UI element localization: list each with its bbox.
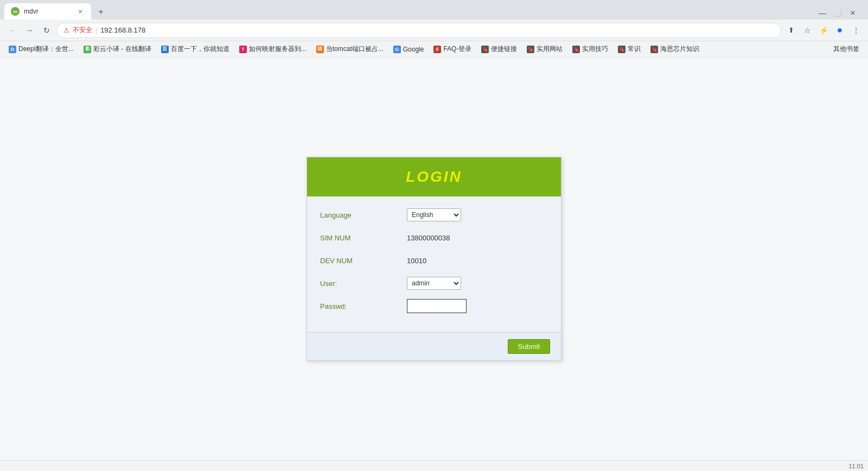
- navigation-bar: ← → ↻ ⚠ 不安全 | 192.168.8.178 ⬆ ☆ ⚡ ●: [0, 20, 868, 41]
- back-button[interactable]: ←: [4, 23, 20, 38]
- dev-num-value: 10010: [407, 257, 426, 265]
- bookmark-favicon-google: G: [393, 46, 401, 53]
- password-row: Passwd:: [320, 298, 548, 314]
- page-content: LOGIN Language English Chinese SIM NUM 1…: [0, 58, 868, 460]
- login-container: LOGIN Language English Chinese SIM NUM 1…: [307, 157, 561, 361]
- bookmark-favicon-knowledge: 🔖: [618, 46, 626, 53]
- bookmark-favicon-faq: F: [433, 46, 441, 53]
- sim-num-label: SIM NUM: [320, 234, 407, 242]
- password-input[interactable]: [407, 299, 467, 313]
- active-tab[interactable]: m mdvr ✕: [4, 3, 91, 20]
- bookmark-label: 常识: [628, 44, 641, 54]
- bookmark-caiyun[interactable]: 彩 彩云小译 - 在线翻译: [79, 43, 156, 55]
- tab-close-button[interactable]: ✕: [76, 7, 85, 16]
- close-button[interactable]: ✕: [846, 7, 859, 20]
- address-divider: |: [95, 27, 97, 34]
- security-text: 不安全: [73, 26, 92, 35]
- bookmark-hisilicon[interactable]: 🔖 海思芯片知识: [646, 43, 704, 55]
- bookmark-favicon-tips: 🔖: [572, 46, 580, 53]
- user-row: User: admin user: [320, 276, 548, 291]
- url-text: 192.168.8.178: [100, 26, 145, 34]
- bookmark-favicon-baidu: 百: [161, 46, 169, 53]
- login-body: Language English Chinese SIM NUM 1380000…: [307, 196, 561, 332]
- user-select[interactable]: admin user: [407, 277, 461, 290]
- bookmark-favicon-deepl: D: [9, 46, 16, 53]
- bookmark-favicon-caiyun: 彩: [84, 46, 91, 53]
- bookmark-favicon-websites: 🔖: [527, 46, 534, 53]
- new-tab-button[interactable]: +: [93, 4, 108, 20]
- bookmarks-bar: D DeepI翻译：全世... 彩 彩云小译 - 在线翻译 百 百度一下，你就知…: [0, 41, 868, 58]
- tab-title: mdvr: [24, 8, 72, 15]
- bookmark-label: 彩云小译 - 在线翻译: [93, 44, 151, 54]
- login-title: LOGIN: [318, 168, 550, 186]
- menu-button[interactable]: ⋮: [848, 23, 864, 38]
- restore-button[interactable]: ⬜: [831, 7, 844, 20]
- dev-num-label: DEV NUM: [320, 257, 407, 265]
- tab-bar: m mdvr ✕ + — ⬜ ✕: [0, 0, 868, 20]
- clock-text: 11:01: [848, 463, 864, 469]
- bookmark-google[interactable]: G Google: [389, 44, 429, 54]
- bookmark-map[interactable]: T 如何映射服务器到...: [235, 43, 311, 55]
- sim-num-row: SIM NUM 13800000038: [320, 230, 548, 245]
- tab-favicon: m: [11, 7, 20, 16]
- share-button[interactable]: ⬆: [783, 23, 799, 38]
- language-row: Language English Chinese: [320, 207, 548, 222]
- sim-num-value: 13800000038: [407, 234, 450, 242]
- bookmark-label: 实用网站: [537, 44, 563, 54]
- bookmark-faq[interactable]: F FAQ-登录: [429, 43, 476, 55]
- bookmark-favicon-hisilicon: 🔖: [650, 46, 658, 53]
- user-label: User:: [320, 279, 407, 288]
- bookmark-baidu[interactable]: 百 百度一下，你就知道: [157, 43, 234, 55]
- bookmark-other[interactable]: 其他书签: [829, 43, 864, 55]
- status-bar: 11:01: [0, 460, 868, 471]
- bookmark-label: Google: [403, 46, 424, 53]
- bookmark-label: 实用技巧: [582, 44, 608, 54]
- status-right: 11:01: [848, 463, 864, 469]
- extensions-button[interactable]: ⚡: [816, 23, 831, 38]
- bookmark-tomcat[interactable]: 猫 当tomcat端口被占...: [312, 43, 388, 55]
- bookmark-deepl[interactable]: D DeepI翻译：全世...: [4, 43, 78, 55]
- submit-button[interactable]: Submit: [508, 339, 550, 354]
- language-label: Language: [320, 211, 407, 219]
- security-icon: ⚠: [63, 27, 69, 34]
- bookmark-favicon-map: T: [239, 46, 247, 53]
- bookmark-label: 百度一下，你就知道: [171, 44, 229, 54]
- bookmark-label: DeepI翻译：全世...: [18, 44, 74, 54]
- address-bar[interactable]: ⚠ 不安全 | 192.168.8.178: [56, 23, 781, 38]
- bookmark-label: 当tomcat端口被占...: [326, 44, 384, 54]
- bookmark-tips[interactable]: 🔖 实用技巧: [568, 43, 612, 55]
- nav-actions: ⬆ ☆ ⚡ ● ⋮: [783, 23, 864, 38]
- forward-button[interactable]: →: [22, 23, 37, 38]
- bookmark-links[interactable]: 🔖 便捷链接: [477, 43, 521, 55]
- bookmark-knowledge[interactable]: 🔖 常识: [614, 43, 645, 55]
- profile-button[interactable]: ●: [832, 23, 847, 38]
- dev-num-row: DEV NUM 10010: [320, 253, 548, 268]
- login-footer: Submit: [307, 332, 561, 360]
- password-label: Passwd:: [320, 302, 407, 310]
- bookmark-favicon-tomcat: 猫: [316, 46, 324, 53]
- bookmark-label: FAQ-登录: [443, 44, 471, 54]
- bookmark-websites[interactable]: 🔖 实用网站: [522, 43, 567, 55]
- login-header: LOGIN: [307, 157, 561, 196]
- bookmark-label: 如何映射服务器到...: [249, 44, 307, 54]
- bookmark-favicon-links: 🔖: [481, 46, 489, 53]
- browser-window: m mdvr ✕ + — ⬜ ✕ ← → ↻ ⚠: [0, 0, 868, 471]
- bookmark-label: 便捷链接: [491, 44, 517, 54]
- reload-button[interactable]: ↻: [39, 23, 54, 38]
- bookmark-label: 海思芯片知识: [660, 44, 699, 54]
- minimize-button[interactable]: —: [816, 7, 829, 20]
- bookmark-button[interactable]: ☆: [800, 23, 815, 38]
- bookmark-label: 其他书签: [833, 44, 859, 54]
- language-select[interactable]: English Chinese: [407, 208, 461, 221]
